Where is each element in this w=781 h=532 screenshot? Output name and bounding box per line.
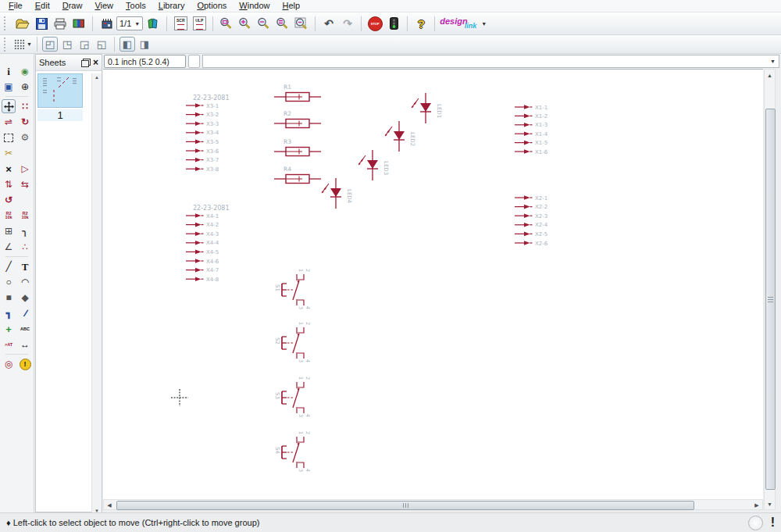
connector-pin[interactable]: X1-3 xyxy=(515,122,547,128)
led-led2[interactable]: LED2 xyxy=(385,121,415,152)
menu-tools[interactable]: Tools xyxy=(121,0,154,12)
led-led3[interactable]: LED3 xyxy=(358,150,389,180)
connector-pin[interactable]: X4-6 xyxy=(186,259,219,265)
schematic-drawing[interactable]: 22-23-2081X3-1X3-2X3-3X3-4X3-5X3-6X3-7X3… xyxy=(103,70,763,499)
redo-icon[interactable]: ↷ xyxy=(339,15,356,32)
net-tool[interactable]: ∕∕ xyxy=(18,306,32,320)
menu-view[interactable]: View xyxy=(90,0,121,12)
attribute-tool[interactable]: >AT xyxy=(2,337,16,352)
wire-tool[interactable]: ╱ xyxy=(2,259,16,273)
connector-pin[interactable]: X3-3 xyxy=(186,121,219,127)
mirror-tool[interactable]: ⇌ xyxy=(2,115,16,129)
zoom-redraw-icon[interactable] xyxy=(293,15,310,32)
menu-draw[interactable]: Draw xyxy=(58,0,91,12)
schematic-canvas[interactable]: 22-23-2081X3-1X3-2X3-3X3-4X3-5X3-6X3-7X3… xyxy=(103,69,763,499)
window-split-left-icon[interactable]: ◧ xyxy=(119,37,135,52)
toolbar-drag-handle[interactable] xyxy=(4,37,9,52)
connector-pin[interactable]: X3-6 xyxy=(186,148,219,155)
resistor-r2[interactable]: R2 xyxy=(274,110,321,128)
use-library-icon[interactable] xyxy=(144,15,162,32)
switch-s3[interactable]: 1234S3 xyxy=(274,377,311,417)
zoom-out-icon[interactable] xyxy=(255,15,273,32)
display-tool[interactable]: ▣ xyxy=(2,80,16,94)
pinswap-tool[interactable]: ⇅ xyxy=(2,177,16,191)
toolbar-drag-handle[interactable] xyxy=(4,16,9,30)
scroll-up-icon[interactable]: ▲ xyxy=(765,71,775,79)
invoke-tool[interactable]: ∴ xyxy=(18,240,32,254)
help-icon[interactable]: ? xyxy=(412,15,430,32)
connector-pin[interactable]: X4-1 xyxy=(186,213,219,220)
sheets-scrollbar[interactable]: ▲ ▼ xyxy=(91,73,102,515)
split-tool[interactable]: ∠ xyxy=(2,240,16,254)
led-led4[interactable]: LED4 xyxy=(322,178,352,209)
zoom-select-icon[interactable] xyxy=(274,15,291,32)
vertical-scrollbar[interactable]: ▲ ▼ xyxy=(764,69,776,510)
print-icon[interactable] xyxy=(52,15,69,32)
connector-pin[interactable]: X4-3 xyxy=(186,231,219,237)
horizontal-scrollbar[interactable]: ◀ ▶ xyxy=(103,499,763,510)
erc-tool[interactable]: ! xyxy=(18,357,32,371)
stop-icon[interactable]: STOP xyxy=(366,15,383,32)
connector-pin[interactable]: X4-5 xyxy=(186,249,219,255)
connector-pin[interactable]: X1-6 xyxy=(515,149,548,155)
delete-tool[interactable]: × xyxy=(2,162,16,176)
connector-group-x1[interactable]: X1-1X1-2X1-3X1-4X1-5X1-6 xyxy=(515,105,548,155)
panel-close-icon[interactable]: × xyxy=(93,58,98,67)
text-tool[interactable]: T xyxy=(18,259,32,273)
switch-to-board-icon[interactable] xyxy=(98,15,115,32)
undo-icon[interactable]: ↶ xyxy=(320,15,337,32)
connector-pin[interactable]: X2-2 xyxy=(515,204,547,210)
connector-pin[interactable]: X2-3 xyxy=(515,213,547,220)
menu-library[interactable]: Library xyxy=(154,0,193,12)
led-led1[interactable]: LED1 xyxy=(412,93,442,123)
copy-tool[interactable]: ∷ xyxy=(18,99,32,113)
grid-settings-icon[interactable]: ▼ xyxy=(14,37,32,52)
circle-tool[interactable]: ○ xyxy=(2,275,16,289)
menu-window[interactable]: Window xyxy=(234,0,277,12)
connector-pin[interactable]: X4-8 xyxy=(186,277,219,283)
connector-pin[interactable]: X2-5 xyxy=(515,231,547,237)
add-tool[interactable]: ▷ xyxy=(18,162,32,176)
connector-pin[interactable]: X3-5 xyxy=(186,139,219,145)
smash-tool[interactable]: ⊞ xyxy=(2,224,16,238)
window-layout-bottom-right-icon[interactable]: ◲ xyxy=(77,37,92,52)
window-split-right-icon[interactable]: ◨ xyxy=(137,37,152,52)
switch-s4[interactable]: 1234S4 xyxy=(274,431,311,472)
panel-float-icon[interactable] xyxy=(81,60,89,67)
resistor-r3[interactable]: R3 xyxy=(274,138,321,156)
gateswap-tool[interactable]: ⇆ xyxy=(18,177,32,191)
menu-edit[interactable]: Edit xyxy=(30,0,58,12)
rect-tool[interactable]: ■ xyxy=(2,291,16,305)
errors-tool[interactable]: ◎ xyxy=(2,357,16,371)
connector-pin[interactable]: X2-1 xyxy=(515,195,547,202)
group-tool[interactable] xyxy=(2,130,16,145)
zoom-fit-icon[interactable] xyxy=(218,15,235,32)
connector-group-x4[interactable]: 22-23-2081X4-1X4-2X4-3X4-4X4-5X4-6X4-7X4… xyxy=(186,205,230,283)
window-layout-top-left-icon[interactable]: ◰ xyxy=(42,37,58,52)
design-link[interactable]: designlink▼ xyxy=(440,15,487,32)
connector-pin[interactable]: X1-1 xyxy=(515,105,547,111)
connector-pin[interactable]: X2-6 xyxy=(515,241,548,247)
connector-pin[interactable]: X4-4 xyxy=(186,240,219,246)
command-input[interactable] xyxy=(206,56,770,67)
polygon-tool[interactable]: ◆ xyxy=(18,291,32,305)
run-script-icon[interactable]: SCR xyxy=(172,15,189,32)
replace-tool[interactable]: ↺ xyxy=(2,193,16,207)
junction-tool[interactable]: + xyxy=(2,322,16,336)
connector-pin[interactable]: X1-5 xyxy=(515,140,547,146)
resistor-r1[interactable]: R1 xyxy=(274,84,321,102)
horizontal-scroll-thumb[interactable] xyxy=(116,501,694,510)
connector-pin[interactable]: X3-7 xyxy=(186,157,219,163)
connector-pin[interactable]: X4-7 xyxy=(186,267,219,273)
open-icon[interactable] xyxy=(14,15,31,32)
connector-pin[interactable]: X3-1 xyxy=(186,103,219,109)
chevron-down-icon[interactable]: ▼ xyxy=(770,59,776,64)
bus-tool[interactable]: ┓ xyxy=(2,306,16,320)
mark-tool[interactable]: ⊕ xyxy=(18,80,32,94)
scroll-up-icon[interactable]: ▲ xyxy=(95,75,99,80)
menu-options[interactable]: Options xyxy=(192,0,234,12)
connector-pin[interactable]: X3-2 xyxy=(186,112,219,118)
value-tool[interactable]: R210k xyxy=(18,209,32,223)
switch-s1[interactable]: 1234S1 xyxy=(274,269,311,309)
change-tool[interactable]: ⚙ xyxy=(18,130,32,145)
